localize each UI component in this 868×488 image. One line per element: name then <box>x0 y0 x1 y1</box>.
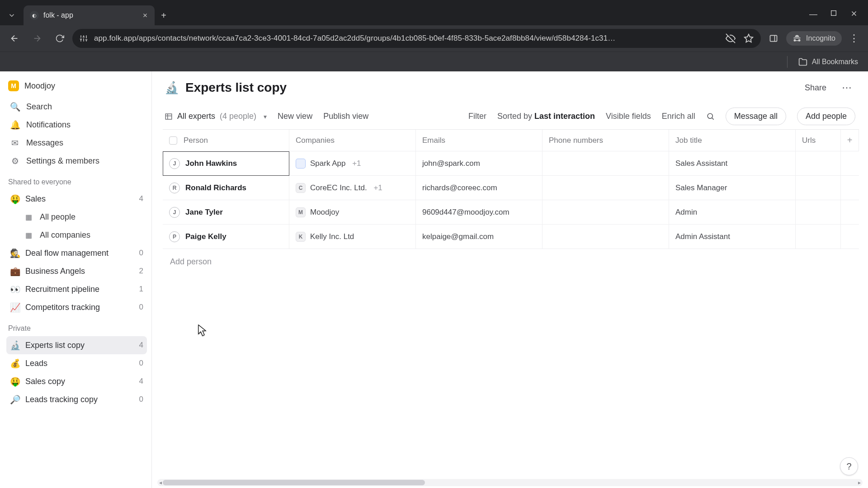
cell-company[interactable]: Spark App +1 <box>289 151 416 176</box>
cell-phone[interactable] <box>542 176 669 200</box>
message-all-button[interactable]: Message all <box>726 108 786 125</box>
cell-url[interactable] <box>796 176 841 200</box>
cell-spacer <box>841 151 859 176</box>
incognito-indicator[interactable]: Incognito <box>786 31 842 46</box>
chevron-down-icon: ▾ <box>264 113 267 120</box>
nav-back-button[interactable] <box>5 28 24 48</box>
visible-fields-button[interactable]: Visible fields <box>606 112 651 121</box>
cell-spacer <box>841 200 859 225</box>
publish-view-button[interactable]: Publish view <box>323 112 368 121</box>
site-settings-icon[interactable] <box>80 34 88 42</box>
sidebar-group[interactable]: 🤑 Sales copy 4 <box>6 372 147 390</box>
window-maximize-icon[interactable] <box>830 9 837 19</box>
col-header-emails[interactable]: Emails <box>416 130 542 151</box>
nav-reload-button[interactable] <box>50 28 70 48</box>
help-button[interactable]: ? <box>840 457 858 475</box>
bookmark-star-icon[interactable] <box>744 33 754 43</box>
window-controls: ― <box>809 9 868 25</box>
cell-email[interactable]: kelpaige@gmail.com <box>416 225 542 249</box>
browser-tab[interactable]: ◐ folk - app <box>24 5 155 25</box>
cell-job[interactable]: Sales Assistant <box>669 151 796 176</box>
cell-job[interactable]: Admin Assistant <box>669 225 796 249</box>
cell-job[interactable]: Admin <box>669 200 796 225</box>
col-header-phone[interactable]: Phone numbers <box>542 130 669 151</box>
window-minimize-icon[interactable]: ― <box>809 9 817 19</box>
tab-favicon: ◐ <box>30 11 39 20</box>
col-header-person[interactable]: Person <box>163 130 289 151</box>
share-button[interactable]: Share <box>805 83 826 93</box>
cell-company[interactable]: M Moodjoy <box>289 200 416 225</box>
new-view-button[interactable]: New view <box>278 112 312 121</box>
sidepanel-icon[interactable] <box>764 28 783 48</box>
cell-email[interactable]: 9609d447@moodjoy.com <box>416 200 542 225</box>
sidebar-nav-settings-members[interactable]: ⚙Settings & members <box>6 152 147 170</box>
person-name: Paige Kelly <box>185 232 226 241</box>
sidebar-subitem[interactable]: ▦All people <box>20 208 147 226</box>
select-all-checkbox[interactable] <box>169 136 177 145</box>
col-header-job[interactable]: Job title <box>669 130 796 151</box>
cell-url[interactable] <box>796 200 841 225</box>
sidebar-group[interactable]: 🔎 Leads tracking copy 0 <box>6 390 147 408</box>
view-selector[interactable]: All experts (4 people) ▾ <box>165 112 267 121</box>
sidebar-subitem[interactable]: ▦All companies <box>20 226 147 244</box>
tab-close-icon[interactable] <box>142 12 148 19</box>
eye-off-icon[interactable] <box>726 33 736 43</box>
sidebar-group[interactable]: 📈 Competitors tracking 0 <box>6 298 147 316</box>
sidebar-group[interactable]: 👀 Recruitment pipeline 1 <box>6 280 147 298</box>
col-header-urls[interactable]: Urls <box>796 130 841 151</box>
page-more-icon[interactable]: ⋯ <box>838 80 855 95</box>
svg-line-24 <box>712 118 713 119</box>
sidebar-section-shared: Shared to everyone <box>6 170 147 190</box>
add-person-row[interactable]: Add person <box>157 249 868 267</box>
sidebar-group[interactable]: 🕵️ Deal flow management 0 <box>6 244 147 262</box>
cell-url[interactable] <box>796 151 841 176</box>
cell-company[interactable]: C CoreEC Inc. Ltd. +1 <box>289 176 416 200</box>
sidebar-nav-notifications[interactable]: 🔔Notifications <box>6 116 147 134</box>
cell-person[interactable]: P Paige Kelly <box>163 225 289 249</box>
horizontal-scrollbar[interactable]: ◂ ▸ <box>157 479 863 486</box>
group-count: 4 <box>139 377 143 386</box>
url-field[interactable]: app.folk.app/apps/contacts/network/ccaa7… <box>72 29 761 48</box>
sidebar-group[interactable]: 🤑 Sales 4 <box>6 190 147 208</box>
group-emoji: 👀 <box>10 284 20 295</box>
scrollbar-thumb[interactable] <box>163 480 425 485</box>
incognito-label: Incognito <box>806 34 835 42</box>
col-header-companies[interactable]: Companies <box>289 130 416 151</box>
sidebar-nav-messages[interactable]: ✉Messages <box>6 134 147 152</box>
browser-menu-icon[interactable]: ⋮ <box>844 33 863 44</box>
tab-search-dropdown[interactable] <box>0 5 24 25</box>
cell-job[interactable]: Sales Manager <box>669 176 796 200</box>
sort-button[interactable]: Sorted by Last interaction <box>497 112 595 121</box>
cell-company[interactable]: K Kelly Inc. Ltd <box>289 225 416 249</box>
cell-email[interactable]: john@spark.com <box>416 151 542 176</box>
add-column-button[interactable]: + <box>841 130 859 151</box>
all-bookmarks-link[interactable]: All Bookmarks <box>812 58 858 66</box>
cell-phone[interactable] <box>542 200 669 225</box>
new-tab-button[interactable]: + <box>155 5 173 25</box>
cell-phone[interactable] <box>542 225 669 249</box>
sidebar-group[interactable]: 💼 Business Angels 2 <box>6 262 147 280</box>
sidebar-nav-search[interactable]: 🔍Search <box>6 98 147 116</box>
workspace-switcher[interactable]: M Moodjoy <box>6 78 147 98</box>
sidebar-group[interactable]: 💰 Leads 0 <box>6 354 147 372</box>
window-close-icon[interactable] <box>850 9 858 19</box>
incognito-icon <box>793 34 802 43</box>
page-emoji[interactable]: 🔬 <box>165 81 179 95</box>
nav-forward-button[interactable] <box>27 28 47 48</box>
cell-phone[interactable] <box>542 151 669 176</box>
add-people-button[interactable]: Add people <box>797 108 855 125</box>
cell-person[interactable]: J John Hawkins <box>163 151 289 176</box>
cell-email[interactable]: richards@coreec.com <box>416 176 542 200</box>
filter-button[interactable]: Filter <box>468 112 486 121</box>
page-title[interactable]: Experts list copy <box>185 80 798 95</box>
bookmarks-folder-icon[interactable] <box>798 57 807 66</box>
sidebar-group[interactable]: 🔬 Experts list copy 4 <box>6 336 147 354</box>
cell-url[interactable] <box>796 225 841 249</box>
cell-person[interactable]: R Ronald Richards <box>163 176 289 200</box>
cell-person[interactable]: J Jane Tyler <box>163 200 289 225</box>
search-icon[interactable] <box>706 112 715 121</box>
enrich-all-button[interactable]: Enrich all <box>662 112 695 121</box>
scroll-right-icon[interactable]: ▸ <box>855 479 863 486</box>
table-view-icon <box>165 113 173 121</box>
group-count: 4 <box>139 341 143 350</box>
